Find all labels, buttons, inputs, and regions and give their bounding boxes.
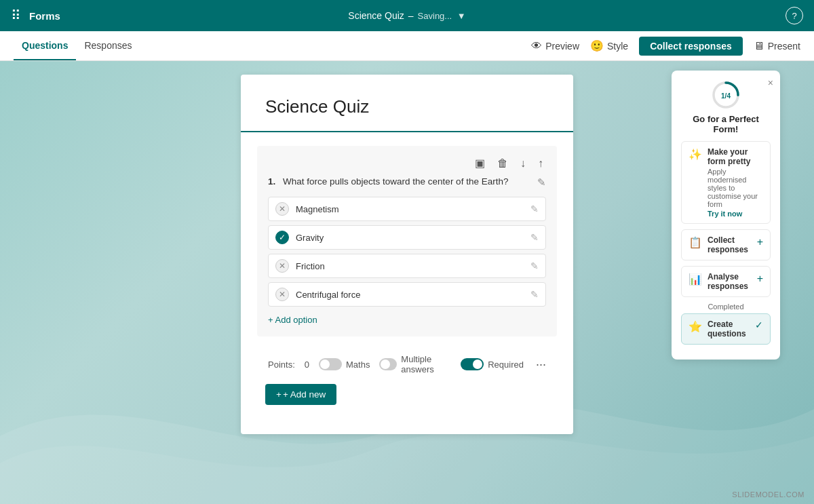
saving-indicator: Saving... ▼ [418,11,466,21]
question-toolbar: ▣ 🗑 ↓ ↑ [268,155,546,171]
wrong-icon: ✕ [275,202,289,216]
chevron-down-icon[interactable]: ▼ [457,11,466,21]
plus-action-icon[interactable]: + [757,236,763,248]
option-edit-icon[interactable]: ✎ [530,260,539,271]
collect-icon: 📋 [689,236,702,249]
grid-icon[interactable]: ⠿ [11,7,21,24]
close-button[interactable]: × [768,77,773,88]
panel-item-content: Make your form pretty Apply modernised s… [708,147,763,218]
collect-responses-button[interactable]: Collect responses [639,37,743,56]
help-button[interactable]: ? [786,7,803,24]
question-block: ▣ 🗑 ↓ ↑ 1. What force pulls objects towa… [257,146,557,336]
panel-item-analyse: 📊 Analyse responses + [681,266,771,297]
panel-item-content: Collect responses [708,235,752,254]
delete-icon[interactable]: 🗑 [495,155,511,171]
sub-nav-tabs: Questions Responses [14,31,140,60]
analyse-icon: 📊 [689,273,702,286]
smiley-icon: 🙂 [590,39,604,52]
style-action[interactable]: 🙂 Style [590,39,628,52]
monitor-icon: 🖥 [754,40,764,52]
option-gravity: ✓ Gravity ✎ [268,225,546,250]
copy-icon[interactable]: ▣ [472,155,488,171]
tab-responses[interactable]: Responses [76,31,140,60]
required-toggle[interactable] [461,358,484,370]
wrong-icon: ✕ [275,288,289,301]
question-edit-icon[interactable]: ✎ [537,176,546,189]
panel-heading: Go for a Perfect Form! [681,114,771,134]
form-card: Science Quiz ▣ 🗑 ↓ ↑ 1. What force pulls… [241,75,573,434]
option-magnetism: ✕ Magnetism ✎ [268,197,546,221]
plus-action-icon[interactable]: + [757,273,763,285]
wrong-icon: ✕ [275,259,289,273]
try-it-now-link[interactable]: Try it now [708,210,763,218]
sub-nav: Questions Responses 👁 Preview 🙂 Style Co… [0,31,814,61]
star-icon: ⭐ [689,320,702,333]
eye-icon: 👁 [531,40,542,52]
points-row: Points: 0 Maths Multiple answers Require… [241,347,573,374]
option-edit-icon[interactable]: ✎ [530,289,539,300]
panel-item-content: Analyse responses [708,272,752,291]
check-icon: ✓ [755,319,763,330]
move-down-icon[interactable]: ↓ [518,155,528,171]
toggle-knob [381,360,390,369]
top-bar-center: Science Quiz – Saving... ▼ [348,10,465,21]
panel-item-make-pretty: ✨ Make your form pretty Apply modernised… [681,141,771,224]
panel-item-create: ⭐ Create questions ✓ [681,313,771,345]
option-edit-icon[interactable]: ✎ [530,232,539,243]
option-edit-icon[interactable]: ✎ [530,203,539,214]
option-centrifugal: ✕ Centrifugal force ✎ [268,282,546,307]
separator: – [408,10,414,21]
more-options-button[interactable]: ··· [536,357,546,372]
add-new-button[interactable]: + + Add new [265,384,336,405]
svg-text:1/4: 1/4 [721,92,731,100]
option-friction: ✕ Friction ✎ [268,254,546,278]
quiz-title: Science Quiz [348,10,404,21]
panel-item-collect: 📋 Collect responses + [681,229,771,260]
correct-icon: ✓ [275,231,289,244]
right-panel: × 1/4 Go for a Perfect Form! ✨ Make your… [672,71,780,360]
main-area: Science Quiz ▣ 🗑 ↓ ↑ 1. What force pulls… [0,61,814,504]
maths-toggle[interactable] [319,358,342,370]
answer-options: ✕ Magnetism ✎ ✓ Gravity ✎ ✕ Friction ✎ ✕… [268,197,546,307]
maths-toggle-group: Maths [319,358,370,370]
move-up-icon[interactable]: ↑ [535,155,546,171]
multiple-answers-toggle[interactable] [379,358,397,370]
multiple-answers-toggle-group: Multiple answers [379,354,451,374]
add-option-button[interactable]: + Add option [268,311,317,325]
question-text: 1. What force pulls objects toward the c… [268,176,546,189]
tab-questions[interactable]: Questions [14,31,76,60]
completed-label: Completed [681,303,771,311]
app-title: Forms [29,10,60,22]
form-title: Science Quiz [241,75,573,132]
plus-icon: + [276,389,282,400]
required-toggle-group: Required [461,358,524,370]
toggle-knob [473,360,482,369]
progress-circle: 1/4 [681,80,771,110]
toggle-knob [320,360,330,369]
sub-nav-actions: 👁 Preview 🙂 Style Collect responses 🖥 Pr… [531,37,800,56]
top-bar-right: ? [786,7,803,24]
sparkle-icon: ✨ [689,148,702,161]
top-bar: ⠿ Forms Science Quiz – Saving... ▼ ? [0,0,814,31]
preview-action[interactable]: 👁 Preview [531,40,579,52]
watermark: SLIDEMODEL.COM [732,490,805,499]
present-action[interactable]: 🖥 Present [754,40,800,52]
panel-item-content: Create questions [708,319,750,338]
